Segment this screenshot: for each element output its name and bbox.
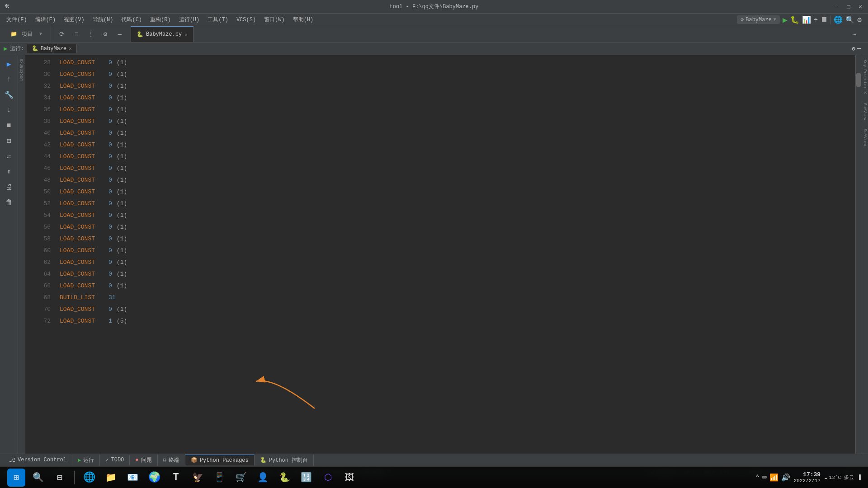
line-number: 38 — [33, 116, 51, 127]
typora-app[interactable]: T — [167, 469, 185, 487]
version-control-icon: ⎇ — [9, 457, 15, 464]
arg: 0 — [108, 139, 112, 151]
sync-button[interactable]: ⟳ — [56, 28, 68, 41]
run-tab-babymaze[interactable]: 🐍 BabyMaze ✕ — [27, 44, 77, 53]
settings-button[interactable]: ⚙ — [857, 15, 862, 24]
todo-icon: ✓ — [105, 457, 108, 464]
project-icon[interactable]: 📁 — [7, 28, 20, 41]
menu-window[interactable]: 窗口(W) — [260, 14, 288, 25]
run-sidebar-icon[interactable]: ▶ — [2, 57, 16, 71]
menu-help[interactable]: 帮助(H) — [289, 14, 317, 25]
menu-navigate[interactable]: 导航(N) — [89, 14, 117, 25]
tray-volume[interactable]: 🔊 — [781, 473, 790, 482]
mail-app[interactable]: 📧 — [123, 469, 142, 487]
line-number: 30 — [33, 69, 51, 80]
app-7[interactable]: 🦅 — [189, 469, 207, 487]
upload-sidebar-icon[interactable]: ⬆ — [2, 164, 16, 179]
debug-button[interactable]: 🐛 — [790, 15, 799, 24]
collapse-button[interactable]: ≡ — [70, 28, 83, 41]
menu-file[interactable]: 文件(F) — [3, 14, 31, 25]
translate-button[interactable]: 🌐 — [834, 15, 843, 24]
project-dropdown[interactable]: ▼ — [34, 28, 47, 41]
weather-icon: ☁ — [824, 474, 827, 480]
gear-button[interactable]: ⚙ — [99, 28, 112, 41]
visual-studio[interactable]: ⬡ — [319, 469, 337, 487]
task-view[interactable]: ⊟ — [51, 469, 69, 487]
pycharm-app[interactable]: 🐍 — [275, 469, 293, 487]
tab-terminal[interactable]: ⊟ 终端 — [158, 455, 185, 466]
value: (1) — [117, 80, 127, 92]
run-settings-icon[interactable]: ⚙ — [852, 45, 855, 52]
soaview-tab-2[interactable]: SoAView — [861, 124, 868, 150]
edge-browser[interactable]: 🌐 — [80, 469, 98, 487]
tray-keyboard[interactable]: ⌨ — [762, 473, 767, 482]
menu-edit[interactable]: 编辑(E) — [32, 14, 60, 25]
stop-sidebar-icon[interactable]: ■ — [2, 118, 16, 133]
maximize-button[interactable]: ❐ — [845, 4, 852, 10]
menu-view[interactable]: 视图(V) — [60, 14, 88, 25]
window-title: tool - F:\qq文件\BabyMaze.py — [390, 3, 479, 10]
line-number: 56 — [33, 221, 51, 233]
print-sidebar-icon[interactable]: 🖨 — [2, 180, 16, 194]
chrome-browser[interactable]: 🌍 — [145, 469, 163, 487]
file-tab-babymaze[interactable]: 🐍 BabyMaze.py ✕ — [131, 26, 193, 42]
value: (1) — [117, 280, 127, 292]
line-number: 72 — [33, 315, 51, 327]
tab-version-control[interactable]: ⎇ Version Control — [4, 455, 72, 465]
tray-expand[interactable]: ⌃ — [755, 473, 760, 482]
minimize-panel-button[interactable]: — — [113, 28, 126, 41]
menu-code[interactable]: 代码(C) — [118, 14, 146, 25]
app-9[interactable]: 🛒 — [232, 469, 250, 487]
arg: 0 — [108, 304, 112, 315]
show-desktop[interactable]: ▐ — [858, 474, 861, 481]
run-tab-close[interactable]: ✕ — [69, 46, 72, 52]
vertical-scrollbar[interactable] — [855, 55, 861, 454]
menu-refactor[interactable]: 重构(R) — [146, 14, 175, 25]
run-button[interactable]: ▶ — [783, 15, 788, 25]
clock-time: 17:39 — [794, 471, 821, 478]
tab-close-button[interactable]: ✕ — [184, 32, 188, 38]
run-minimize-icon[interactable]: — — [857, 45, 861, 52]
tab-run[interactable]: ▶ 运行 — [72, 455, 100, 466]
menu-tools[interactable]: 工具(T) — [204, 14, 232, 25]
search-everywhere-button[interactable]: 🔍 — [845, 15, 854, 24]
tab-python-packages[interactable]: 📦 Python Packages — [185, 455, 255, 465]
tab-todo[interactable]: ✓ TODO — [100, 455, 130, 465]
coverage-button[interactable]: ☂ — [814, 15, 818, 24]
down-sidebar-icon[interactable]: ↓ — [2, 103, 16, 117]
tab-problems[interactable]: ● 问题 — [130, 455, 157, 466]
stop-button[interactable]: ⏹ — [821, 15, 828, 24]
expand-button[interactable]: ⋮ — [85, 28, 97, 41]
minimize-button[interactable]: — — [834, 4, 840, 10]
search-taskbar[interactable]: 🔍 — [29, 469, 47, 487]
run-config-selector[interactable]: ⚙ BabyMaze ▼ — [737, 15, 780, 24]
start-button[interactable]: ⊞ — [7, 469, 25, 487]
app-8[interactable]: 📱 — [210, 469, 228, 487]
menu-run[interactable]: 运行(U) — [175, 14, 203, 25]
hex-editor[interactable]: 🔢 — [297, 469, 315, 487]
soaview-tab-1[interactable]: SoAView — [861, 99, 868, 125]
app-10[interactable]: 👤 — [254, 469, 272, 487]
tab-python-console[interactable]: 🐍 Python 控制台 — [255, 455, 314, 466]
wrench-sidebar-icon[interactable]: 🔧 — [2, 88, 16, 102]
key-promoter-tab[interactable]: Key Promoter X — [861, 55, 868, 99]
bookmarks-tab[interactable]: Bookmarks — [19, 55, 25, 84]
profile-button[interactable]: 📊 — [802, 15, 811, 24]
photo-viewer[interactable]: 🖼 — [340, 469, 359, 487]
line-number: 54 — [33, 210, 51, 221]
layout-sidebar-icon[interactable]: ⊟ — [2, 134, 16, 148]
delete-sidebar-icon[interactable]: 🗑 — [2, 195, 16, 210]
opcode: LOAD_CONST — [60, 92, 95, 104]
transfer-sidebar-icon[interactable]: ⇌ — [2, 149, 16, 164]
close-button[interactable]: ✕ — [857, 4, 863, 10]
code-editor[interactable]: 28LOAD_CONST0(1)30LOAD_CONST0(1)32LOAD_C… — [25, 55, 855, 454]
value: (1) — [117, 163, 127, 174]
problems-label: 问题 — [141, 456, 152, 464]
main-content: ▶ ↑ 🔧 ↓ ■ ⊟ ⇌ ⬆ 🖨 🗑 Bookmarks 28LOAD_CON… — [0, 55, 868, 454]
up-sidebar-icon[interactable]: ↑ — [2, 72, 16, 87]
menu-vcs[interactable]: VCS(S) — [233, 15, 259, 24]
file-explorer[interactable]: 📁 — [102, 469, 120, 487]
tray-network[interactable]: 📶 — [769, 473, 778, 482]
more-tabs-button[interactable]: ⋯ — [848, 28, 861, 41]
clock[interactable]: 17:39 2022/2/17 — [794, 471, 821, 483]
